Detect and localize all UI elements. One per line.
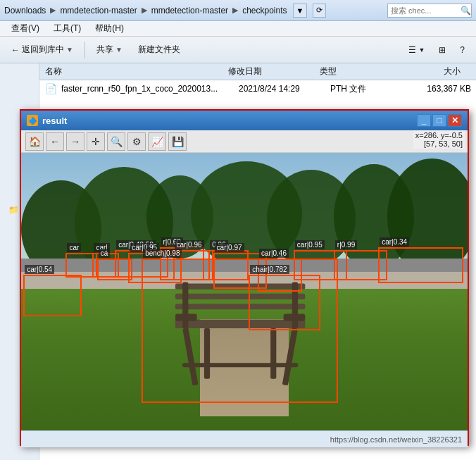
menu-tools[interactable]: 工具(T) <box>48 21 87 36</box>
breadcrumb-mmdetection2[interactable]: mmdetection-master <box>151 6 228 15</box>
breadcrumb-sep-3: ▶ <box>232 6 238 15</box>
file-name: faster_rcnn_r50_fpn_1x_coco_2020013... <box>61 84 239 94</box>
det-label-r-099: r|0.99 <box>335 240 357 249</box>
breadcrumb-mmdetection1[interactable]: mmdetection-master <box>60 6 137 15</box>
breadcrumb-sep-1: ▶ <box>50 6 56 15</box>
det-label-car-054: car|0.54 <box>25 265 54 274</box>
settings-tool-btn[interactable]: ⚙ <box>127 132 146 151</box>
new-folder-btn[interactable]: 新建文件夹 <box>132 41 186 58</box>
maximize-btn[interactable]: □ <box>432 114 446 127</box>
coords-rgb: [57, 53, 50] <box>415 139 463 148</box>
share-dropdown: ▼ <box>115 46 123 54</box>
folder-icon: 📁 <box>8 205 19 215</box>
col-size[interactable]: 大小 <box>390 66 461 77</box>
col-type[interactable]: 类型 <box>320 66 390 77</box>
table-row[interactable]: 📄 faster_rcnn_r50_fpn_1x_coco_2020013...… <box>39 80 476 97</box>
back-tool-btn[interactable]: ← <box>46 132 64 151</box>
det-label-car-034: car|0.34 <box>380 237 409 247</box>
menubar: 查看(V) 工具(T) 帮助(H) <box>0 21 476 37</box>
det-label-bench: bench|0.98 <box>143 249 182 258</box>
image-container: car|0.54 car car| car|0.40.59 r|0.60 ca … <box>21 153 468 430</box>
result-statusbar: https://blog.csdn.net/weixin_38226321 <box>21 430 468 447</box>
home-tool-btn[interactable]: 🏠 <box>25 132 44 151</box>
back-icon: ← <box>11 45 20 55</box>
col-name[interactable]: 名称 <box>45 66 228 77</box>
det-label-car-097: car|0.97 <box>215 243 244 252</box>
col-date[interactable]: 修改日期 <box>228 66 320 77</box>
coords-display: x=286. y=-0.5 [57, 53, 50] <box>413 130 465 149</box>
breadcrumb-bar: Downloads ▶ mmdetection-master ▶ mmdetec… <box>0 0 476 21</box>
det-label-car-1: car <box>67 243 81 252</box>
det-box-car-034: car|0.34 <box>378 247 463 283</box>
chart-tool-btn[interactable]: 📈 <box>148 132 166 151</box>
status-url: https://blog.csdn.net/weixin_38226321 <box>330 435 462 444</box>
back-to-library-btn[interactable]: ← 返回到库中 ▼ <box>6 41 79 58</box>
result-titlebar: 🔷 result _ □ ✕ <box>21 111 468 130</box>
coords-xy: x=286. y=-0.5 <box>415 131 463 139</box>
explorer-toolbar: ← 返回到库中 ▼ 共享 ▼ 新建文件夹 ☰ ▼ ⊞ ? <box>0 37 476 63</box>
det-box-bench: bench|0.98 <box>142 259 338 403</box>
menu-view[interactable]: 查看(V) <box>6 21 45 36</box>
view-toggle-btn[interactable]: ☰ ▼ <box>403 42 430 58</box>
help-btn[interactable]: ? <box>454 42 470 58</box>
close-btn[interactable]: ✕ <box>448 114 462 127</box>
search-input[interactable] <box>391 6 458 15</box>
search-icon[interactable]: 🔍 <box>461 6 471 15</box>
file-type: PTH 文件 <box>330 83 401 95</box>
breadcrumb-sep-2: ▶ <box>142 6 147 15</box>
column-header: 名称 修改日期 类型 大小 <box>39 63 476 80</box>
breadcrumb-downloads[interactable]: Downloads <box>4 6 46 15</box>
zoom-tool-btn[interactable]: 🔍 <box>107 132 125 151</box>
det-label-car-046: car|0.46 <box>259 249 289 258</box>
det-label-car-095b: car|0.95 <box>295 240 325 249</box>
file-date: 2021/8/24 14:29 <box>239 84 330 94</box>
share-btn[interactable]: 共享 ▼ <box>91 41 128 58</box>
move-tool-btn[interactable]: ✛ <box>87 132 105 151</box>
save-tool-btn[interactable]: 💾 <box>168 132 187 151</box>
file-icon: 📄 <box>45 83 57 94</box>
result-toolbar: 🏠 ← → ✛ 🔍 ⚙ 📈 💾 <box>21 130 468 153</box>
breadcrumb-checkpoints[interactable]: checkpoints <box>242 6 287 15</box>
result-window: 🔷 result _ □ ✕ x=286. y=-0.5 [57, 53, 50… <box>20 109 469 446</box>
breadcrumb-dropdown[interactable]: ▼ <box>293 4 308 18</box>
dropdown-icon: ▼ <box>66 46 73 54</box>
window-controls: _ □ ✕ <box>417 114 462 127</box>
result-window-title: result <box>42 116 67 126</box>
refresh-button[interactable]: ⟳ <box>313 4 326 18</box>
view-details-btn[interactable]: ⊞ <box>433 42 451 58</box>
menu-help[interactable]: 帮助(H) <box>89 21 130 36</box>
file-size: 163,367 KB <box>401 84 471 94</box>
forward-tool-btn[interactable]: → <box>66 132 84 151</box>
search-box[interactable]: 🔍 <box>387 4 472 18</box>
det-box-ca: ca <box>97 259 133 281</box>
separator-1 <box>84 42 85 58</box>
det-box-car-054: car|0.54 <box>23 275 81 316</box>
result-window-icon: 🔷 <box>27 115 38 126</box>
minimize-btn[interactable]: _ <box>417 114 431 127</box>
det-label-ca: ca <box>99 249 111 258</box>
